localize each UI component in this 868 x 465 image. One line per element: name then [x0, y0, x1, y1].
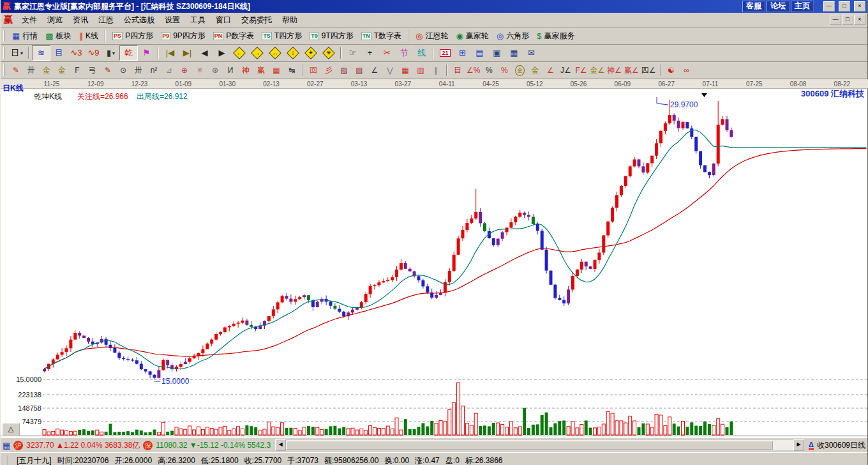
title-link-0[interactable]: 客服: [742, 1, 765, 12]
gold-section-button[interactable]: 金: [39, 63, 54, 77]
menu-item-7[interactable]: 窗口: [211, 13, 236, 27]
percent-button[interactable]: %: [481, 63, 497, 77]
parallel-lines-button[interactable]: ∥: [428, 63, 444, 77]
t-number-button[interactable]: TNT数字表: [357, 29, 405, 43]
menu-item-1[interactable]: 浏览: [42, 13, 68, 27]
h-scale-button[interactable]: ↔: [266, 46, 284, 60]
sz-market-icon[interactable]: 深: [143, 441, 153, 450]
gann-grid-button[interactable]: 卅: [24, 63, 39, 77]
minimize-button[interactable]: —: [823, 1, 835, 11]
child-minimize-button[interactable]: —: [830, 15, 841, 25]
angle-guide-button[interactable]: ⊿: [161, 63, 177, 77]
first-page-button[interactable]: |◀: [161, 46, 179, 60]
menu-item-2[interactable]: 资讯: [68, 13, 93, 27]
child-close-button[interactable]: ×: [854, 15, 865, 25]
candle-style-button[interactable]: ▮▾: [102, 46, 119, 60]
f-angle-button[interactable]: F∠: [573, 63, 588, 77]
period-daily-button[interactable]: 日▾: [8, 46, 26, 60]
curve-tool-button[interactable]: 线: [413, 46, 430, 60]
grid-red-2-button[interactable]: ▥: [413, 63, 428, 77]
menu-item-3[interactable]: 江恩: [93, 13, 119, 27]
pct-bar-button[interactable]: %: [497, 63, 512, 77]
qiankun-kline-button[interactable]: 乾: [119, 45, 138, 61]
t-square-button[interactable]: TST四方形: [258, 29, 306, 43]
spiral-button[interactable]: 弓: [85, 63, 100, 77]
restore-button[interactable]: □: [839, 1, 850, 11]
f10-info-button[interactable]: 目: [50, 46, 68, 60]
toolbar-grip[interactable]: [3, 47, 5, 59]
menu-item-4[interactable]: 公式选股: [119, 13, 160, 27]
zoom-fit-button[interactable]: ✳: [320, 46, 338, 60]
prev-bar-button[interactable]: ◀: [196, 46, 213, 60]
price-ladder-button[interactable]: 目: [450, 63, 465, 77]
n-square-button[interactable]: n²: [146, 63, 161, 77]
pan-left-button[interactable]: ←: [230, 46, 248, 60]
pan-right-button[interactable]: →: [248, 46, 266, 60]
number-grid-button[interactable]: ▦: [269, 63, 284, 77]
rect-handles-button[interactable]: 回: [306, 63, 321, 77]
zigzag-button[interactable]: ⋁: [382, 63, 398, 77]
gold-angle-button[interactable]: 金∠: [588, 63, 606, 77]
fan-box-button[interactable]: ▨: [336, 63, 352, 77]
notes-button[interactable]: ▤: [471, 46, 488, 60]
mail-button[interactable]: ✉: [523, 46, 540, 60]
zoom-in-button[interactable]: +: [302, 46, 320, 60]
starburst-button[interactable]: ✳: [192, 63, 207, 77]
v-scale-button[interactable]: ↕: [284, 46, 302, 60]
zoom-area-button[interactable]: ≋: [32, 45, 50, 61]
horizontal-scrollbar[interactable]: ◀ ▶: [275, 440, 804, 450]
j-angle-button[interactable]: J∠: [558, 63, 573, 77]
signal-flag-button[interactable]: ⚑: [138, 46, 155, 60]
time-circle-button[interactable]: ⊙: [116, 63, 131, 77]
kline-button[interactable]: ∥K线: [75, 29, 103, 43]
ying-tool-button[interactable]: 赢: [253, 63, 269, 77]
scrollbar-track[interactable]: [286, 440, 793, 450]
child-restore-button[interactable]: □: [842, 15, 853, 25]
capture-button[interactable]: ▦: [505, 46, 523, 60]
menu-item-9[interactable]: 帮助: [277, 13, 303, 27]
ruler-pen-button[interactable]: ✎: [100, 63, 116, 77]
gold-bar-button[interactable]: 金: [527, 63, 542, 77]
save-button[interactable]: ▣: [488, 46, 505, 60]
calculator-button[interactable]: ⊞: [454, 46, 471, 60]
gold-section-2-button[interactable]: 金: [54, 63, 70, 77]
scroll-right-icon[interactable]: ▶: [793, 439, 804, 451]
sifang-angle-button[interactable]: 四∠: [640, 63, 657, 77]
last-page-button[interactable]: ▶|: [179, 46, 196, 60]
winner-wheel-button[interactable]: ◉赢家轮: [452, 29, 492, 43]
kline-chart[interactable]: 11-2512-0912-2301-0901-3002-1302-2703-13…: [1, 79, 868, 438]
festival-marker-button[interactable]: 节: [396, 46, 413, 60]
scrollbar-thumb[interactable]: [286, 441, 773, 450]
gann-wheel-button[interactable]: ◎江恩轮: [412, 29, 452, 43]
calendar-grid-icon[interactable]: ▦: [3, 441, 10, 450]
toolbar-grip[interactable]: [3, 65, 5, 76]
t9-square-button[interactable]: T99T四方形: [306, 29, 357, 43]
toolbar-grip[interactable]: [3, 30, 5, 42]
calendar-button[interactable]: 21: [437, 46, 454, 60]
fibo-f-button[interactable]: F: [70, 63, 85, 77]
hand-drag-button[interactable]: ☞: [344, 46, 361, 60]
fan-box-2-button[interactable]: ▧: [352, 63, 367, 77]
target-circle-button[interactable]: ⊕: [177, 63, 192, 77]
scroll-left-icon[interactable]: ◀: [275, 439, 286, 451]
close-button[interactable]: ×: [854, 1, 865, 11]
span-measure-button[interactable]: ↹: [284, 63, 299, 77]
p9-square-button[interactable]: P99P四方形: [157, 29, 209, 43]
ray-fan-button[interactable]: 彡: [321, 63, 336, 77]
taiji-button[interactable]: ☯: [664, 63, 679, 77]
title-link-2[interactable]: 主页: [791, 1, 814, 12]
pct-angle-button[interactable]: ∠%: [465, 63, 481, 77]
sh-market-icon[interactable]: 沪: [13, 441, 23, 450]
quotes-button[interactable]: ▦行情: [8, 29, 41, 43]
menu-item-5[interactable]: 设置: [160, 13, 185, 27]
ying-angle-button[interactable]: 赢∠: [623, 63, 640, 77]
wave-3-button[interactable]: ∿3: [68, 46, 85, 60]
pen-button[interactable]: ✎: [8, 63, 24, 77]
p-square-button[interactable]: PSP四方形: [108, 29, 157, 43]
title-link-1[interactable]: 论坛: [767, 1, 789, 12]
wave-9-button[interactable]: ∿9: [85, 46, 102, 60]
ink-angle-button[interactable]: ∠: [542, 63, 558, 77]
infinity-button[interactable]: ∞: [679, 63, 694, 77]
winner-service-button[interactable]: $赢家服务: [533, 29, 578, 43]
volume-expand-button[interactable]: △: [2, 423, 20, 436]
